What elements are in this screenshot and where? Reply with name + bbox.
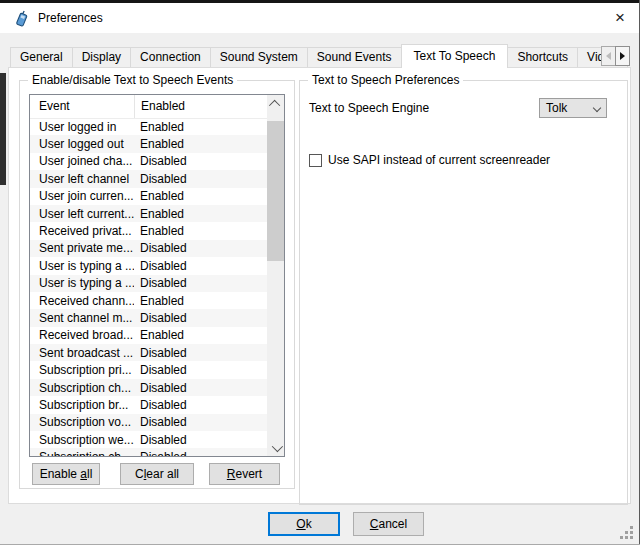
event-cell: User is typing a ... [30,259,134,273]
close-button[interactable]: × [602,3,638,33]
event-cell: Received privat... [30,224,134,238]
event-cell: User is typing a ... [30,276,134,290]
ok-button[interactable]: Ok [268,512,340,536]
event-cell: User logged out [30,137,134,151]
grip-dot [625,531,628,534]
tab-page-text-to-speech: Enable/disable Text to Speech Events Eve… [8,67,631,504]
event-row[interactable]: Received chann...Enabled [30,292,267,309]
status-cell: Disabled [134,363,267,377]
tab-scroll-arrows [601,46,630,66]
event-row[interactable]: Subscription br...Disabled [30,396,267,413]
enable-all-label: Enable [40,467,81,481]
event-row[interactable]: Sent channel m...Disabled [30,309,267,326]
grip-dot [630,536,633,539]
event-row[interactable]: Subscription ch...Disabled [30,448,267,456]
chevron-down-icon [593,104,601,112]
tab-general[interactable]: General [10,47,73,68]
status-cell: Disabled [134,259,267,273]
screen-artifact-left [0,73,6,185]
event-row[interactable]: Subscription pri...Disabled [30,361,267,378]
status-cell: Disabled [134,276,267,290]
tab-strip: GeneralDisplayConnectionSound SystemSoun… [8,44,632,68]
chevron-down-icon [271,440,282,451]
events-groupbox: Enable/disable Text to Speech Events Eve… [19,80,295,489]
event-row[interactable]: Subscription vo...Disabled [30,414,267,431]
event-row[interactable]: User is typing a ...Disabled [30,257,267,274]
event-row[interactable]: User left current...Enabled [30,205,267,222]
tab-text-to-speech[interactable]: Text To Speech [401,44,509,68]
event-row[interactable]: User joined cha...Disabled [30,153,267,170]
event-row[interactable]: User logged inEnabled [30,118,267,135]
event-cell: Subscription we... [30,433,134,447]
resize-grip[interactable] [617,524,633,540]
grip-dot [630,531,633,534]
event-list-header: Event Enabled [30,95,267,119]
column-header-event[interactable]: Event [30,95,135,118]
close-icon: × [615,8,625,27]
event-row[interactable]: Subscription we...Disabled [30,431,267,448]
status-cell: Enabled [134,189,267,203]
event-cell: Subscription pri... [30,363,134,377]
scroll-thumb[interactable] [267,121,284,261]
status-cell: Disabled [134,154,267,168]
chevron-up-icon [268,99,279,110]
tab-scroll-left-button[interactable] [601,46,616,66]
grip-dot [620,536,623,539]
column-header-enabled[interactable]: Enabled [135,95,267,118]
event-row[interactable]: User logged outEnabled [30,135,267,152]
status-cell: Disabled [134,381,267,395]
clear-all-button[interactable]: Clear all [120,463,194,485]
tts-engine-label: Text to Speech Engine [309,101,429,116]
event-row[interactable]: User left channelDisabled [30,170,267,187]
event-list[interactable]: Event Enabled User logged inEnabledUser … [29,94,285,457]
event-row[interactable]: User is typing a ...Disabled [30,275,267,292]
event-row[interactable]: Received broad...Enabled [30,327,267,344]
status-cell: Enabled [134,224,267,238]
scrollbar[interactable] [267,95,284,456]
tab-connection[interactable]: Connection [130,47,211,68]
arrow-left-icon [606,52,611,60]
event-cell: User left channel [30,172,134,186]
event-cell: User joined cha... [30,154,134,168]
status-cell: Enabled [134,328,267,342]
tab-display[interactable]: Display [72,47,131,68]
event-cell: Subscription ch... [30,381,134,395]
cancel-button[interactable]: Cancel [353,512,424,536]
event-cell: Subscription ch... [30,450,134,456]
scroll-up-button[interactable] [267,95,284,112]
status-cell: Disabled [134,398,267,412]
event-row[interactable]: Sent private me...Disabled [30,240,267,257]
event-cell: Sent broadcast ... [30,346,134,360]
status-cell: Disabled [134,172,267,186]
clear-all-label: C [135,467,144,481]
status-cell: Enabled [134,294,267,308]
tts-engine-dropdown[interactable]: Tolk [539,98,607,118]
event-cell: Received broad... [30,328,134,342]
event-cell: Sent channel m... [30,311,134,325]
window-title: Preferences [38,3,103,33]
scroll-down-button[interactable] [267,439,284,456]
tab-scroll-right-button[interactable] [615,46,630,66]
event-cell: Received chann... [30,294,134,308]
revert-button[interactable]: Revert [209,463,280,485]
dropdown-value: Tolk [546,101,567,115]
tab-sound-system[interactable]: Sound System [210,47,308,68]
tab-sound-events[interactable]: Sound Events [307,47,402,68]
event-list-body: User logged inEnabledUser logged outEnab… [30,118,267,456]
status-cell: Disabled [134,241,267,255]
status-cell: Enabled [134,137,267,151]
event-row[interactable]: Subscription ch...Disabled [30,379,267,396]
tab-shortcuts[interactable]: Shortcuts [507,47,578,68]
sapi-checkbox[interactable] [309,154,322,167]
enable-all-button[interactable]: Enable all [32,463,100,485]
status-cell: Enabled [134,207,267,221]
window-titlebar[interactable]: Preferences × [0,3,640,33]
event-row[interactable]: User join curren...Enabled [30,188,267,205]
event-row[interactable]: Sent broadcast ...Disabled [30,344,267,361]
event-cell: User join curren... [30,189,134,203]
tts-groupbox-title: Text to Speech Preferences [308,73,463,87]
status-cell: Disabled [134,450,267,456]
event-cell: User left current... [30,207,134,221]
sapi-checkbox-label[interactable]: Use SAPI instead of current screenreader [328,153,550,167]
event-row[interactable]: Received privat...Enabled [30,222,267,239]
